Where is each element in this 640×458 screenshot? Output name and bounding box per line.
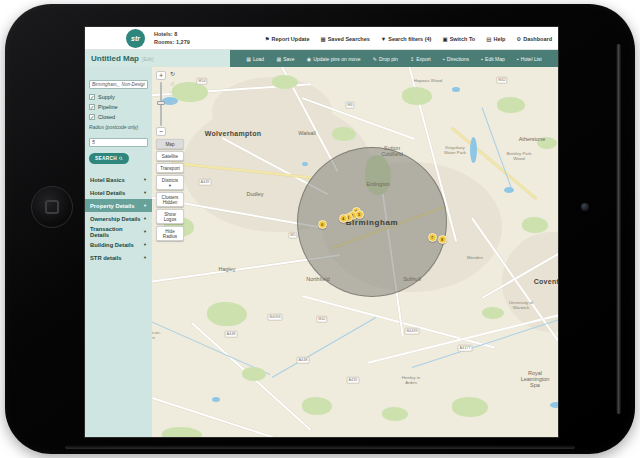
checkbox-closed[interactable]: ✓ [89,114,95,120]
zoom-slider-handle[interactable] [157,101,165,105]
hotels-count: Hotels: 8 [154,30,190,38]
map-pin-4[interactable]: 4 [339,214,348,223]
map-bar: Untitled Map [Edit] ▦Load▦Save◉Update pi… [85,50,558,67]
top-menu: ⚑Report Update▦Saved Searches▼Search fil… [265,27,552,50]
green-area [452,397,488,417]
zoom-out-button[interactable]: − [156,127,166,136]
road-badge-m42: M42 [496,77,507,84]
tilt-icon[interactable]: □ [170,90,173,96]
green-area [497,97,525,113]
green-area [162,427,202,437]
map-pin-5[interactable]: 5 [355,210,364,219]
zoom-in-button[interactable]: + [156,71,166,80]
toolbar-drop-pin[interactable]: ✎Drop pin [373,56,398,62]
view-button-satellite[interactable]: Satellite [156,151,184,161]
refresh-icon[interactable]: ↻ [170,70,175,77]
toolbar-save[interactable]: ▦Save [276,56,294,62]
top-menu-help[interactable]: ▤Help [486,36,505,42]
top-menu-saved-searches[interactable]: ▦Saved Searches [320,36,369,42]
river-line [272,317,376,378]
search-button[interactable]: SEARCH [89,153,129,164]
checkbox-row-closed[interactable]: ✓Closed [89,114,148,120]
sidebar-item-ownership-details[interactable]: Ownership Details▼ [85,212,152,225]
sidebar-item-label: Property Details [90,203,143,209]
view-button-map[interactable]: Map [156,139,184,149]
map-title-box: Untitled Map [Edit] [85,50,230,67]
home-button-square [45,200,59,214]
sidebar-item-transaction-details[interactable]: Transaction Details▼ [85,225,152,238]
green-area [382,407,408,421]
checkbox-row-pipeline[interactable]: ✓Pipeline [89,104,148,110]
radius-input[interactable] [89,138,148,147]
water-area [470,137,477,163]
water-area [504,187,514,193]
view-button-transport[interactable]: Transport [156,163,184,173]
road-badge-m5: M5 [288,232,297,239]
pan-icon[interactable]: ✛ [170,99,174,105]
sidebar-item-property-details[interactable]: Property Details▼ [85,199,152,212]
view-button-districts[interactable]: Districts ▾ [156,175,184,190]
sidebar-item-hotel-basics[interactable]: Hotel Basics▼ [85,173,152,186]
sidebar-item-hotel-details[interactable]: Hotel Details▼ [85,186,152,199]
chevron-down-icon: ▼ [143,203,147,208]
road-badge-b4096: B4096 [268,314,283,321]
location-search-input[interactable] [89,80,148,89]
checkbox-icon: ▪ [443,56,445,62]
water-area [452,87,460,92]
road-badge-b4439: B4439 [405,328,420,335]
filter-checkboxes: ✓Supply✓Pipeline✓Closed [89,94,148,120]
view-button-clusters-hidden[interactable]: Clusters Hidden [156,192,184,207]
place-label-henley-in-arden: Henley in Arden [402,375,420,385]
toolbar-label: Directions [447,56,469,62]
map-canvas[interactable]: M54M6M42M5A449A448B4096M42B4439A4177A435… [152,67,558,437]
sidebar-item-label: STR details [90,255,143,261]
top-menu-report-update[interactable]: ⚑Report Update [265,36,310,42]
toolbar-directions[interactable]: ▪Directions [443,56,469,62]
home-button[interactable] [31,186,73,228]
toolbar-hotel-list[interactable]: ▪Hotel List [517,56,542,62]
radius-label: Radius (postcode only) [89,125,148,130]
toolbar-label: Save [283,56,294,62]
edit-map-link[interactable]: [Edit] [142,56,153,62]
checkbox-row-supply[interactable]: ✓Supply [89,94,148,100]
sidebar-item-building-details[interactable]: Building Details▼ [85,238,152,251]
sidebar-item-label: Ownership Details [90,216,143,222]
road-badge-m42: M42 [316,316,327,323]
toolbar-update-pins-on-move[interactable]: ◉Update pins on move [307,56,361,62]
sidebar: ✓Supply✓Pipeline✓Closed Radius (postcode… [85,67,152,437]
view-button-show-logos[interactable]: Show Logos [156,209,184,224]
top-menu-search-filters-4[interactable]: ▼Search filters (4) [381,36,432,42]
toolbar-label: Drop pin [379,56,398,62]
pencil-icon: ✎ [373,56,377,62]
road-badge-a449: A449 [199,179,212,186]
top-menu-switch-to[interactable]: ▣Switch To [442,36,475,42]
toolbar-export[interactable]: ↥Export [410,56,431,62]
map-pin-8[interactable]: 8 [438,235,447,244]
toolbar-load[interactable]: ▦Load [246,56,264,62]
green-area [332,127,356,141]
top-menu-dashboard[interactable]: ⚙Dashboard [516,36,552,42]
green-area [402,87,432,105]
sidebar-item-str-details[interactable]: STR details▼ [85,251,152,264]
menu-label: Saved Searches [328,36,370,42]
green-area [207,302,247,326]
toolbar-edit-map[interactable]: ▪Edit Map [481,56,505,62]
road-badge-a435: A435 [347,377,360,384]
rotate-left-icon[interactable]: ↺ [170,81,174,87]
map-title: Untitled Map [91,54,139,63]
chevron-down-icon: ▼ [143,190,147,195]
checkbox-supply[interactable]: ✓ [89,94,95,100]
checkbox-label: Closed [98,114,115,120]
sidebar-item-label: Hotel Basics [90,177,143,183]
map-pin-6[interactable]: 6 [318,220,327,229]
road-badge-a448: A448 [297,357,310,364]
checkbox-pipeline[interactable]: ✓ [89,104,95,110]
green-area [537,137,557,149]
toolbar-label: Update pins on move [313,56,360,62]
rooms-count: Rooms: 1,279 [154,38,190,46]
save-icon: ▦ [276,56,281,62]
page: str Hotels: 8 Rooms: 1,279 ⚑Report Updat… [0,0,640,458]
road-badge-m6: M6 [345,102,354,109]
map-pin-7[interactable]: 7 [428,233,437,242]
view-button-hide-radius[interactable]: Hide Radius [156,226,184,241]
